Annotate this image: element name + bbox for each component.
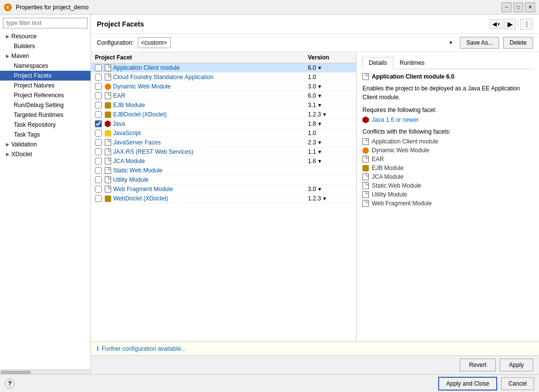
version-dropdown-icon[interactable]: ▾: [318, 148, 321, 155]
tab-details[interactable]: Details: [362, 57, 393, 69]
facet-name: EAR: [113, 92, 308, 99]
facet-checkbox-webdoclet[interactable]: [95, 195, 102, 202]
sidebar-item-xdoclet[interactable]: ▶ XDoclet: [0, 149, 90, 159]
info-link[interactable]: Further configuration available...: [102, 345, 186, 352]
apply-button[interactable]: Apply: [500, 359, 533, 371]
version-dropdown-icon[interactable]: ▾: [318, 120, 321, 127]
back-button[interactable]: ◀ ▼: [489, 19, 504, 29]
title-bar: E Properties for project_demo ─ □ ✕: [0, 0, 539, 15]
facet-checkbox-app-client[interactable]: [95, 64, 102, 71]
sidebar: ▶ Resource Builders ▶ Maven Namespaces P…: [0, 15, 91, 374]
facet-checkbox-web-fragment[interactable]: [95, 186, 102, 193]
sidebar-item-project-natures[interactable]: Project Natures: [0, 81, 90, 90]
table-row[interactable]: Java 1.8 ▾: [91, 119, 356, 129]
version-dropdown-icon[interactable]: ▾: [318, 186, 321, 193]
cancel-button[interactable]: Cancel: [501, 377, 534, 390]
facet-name: Cloud Foundry Standalone Application: [113, 74, 308, 81]
facet-checkbox-dynamic-web[interactable]: [95, 83, 102, 90]
conflict-item: Web Fragment Module: [372, 200, 432, 207]
table-row[interactable]: JavaServer Faces 2.3 ▾: [91, 138, 356, 147]
facet-checkbox-cloud-foundry[interactable]: [95, 74, 102, 81]
web-icon: [362, 147, 369, 154]
table-row[interactable]: Utility Module: [91, 175, 356, 185]
version-dropdown-icon[interactable]: ▾: [323, 195, 326, 202]
facet-checkbox-ear[interactable]: [95, 92, 102, 99]
table-row[interactable]: EAR 6.0 ▾: [91, 91, 356, 101]
facet-checkbox-jsf[interactable]: [95, 139, 102, 146]
apply-and-close-button[interactable]: Apply and Close: [438, 377, 497, 391]
sidebar-item-label: Project Natures: [14, 82, 55, 89]
help-button[interactable]: ?: [5, 379, 15, 389]
version-dropdown-icon[interactable]: ▾: [318, 83, 321, 90]
table-row[interactable]: EJBDoclet (XDoclet) 1.2.3 ▾: [91, 110, 356, 119]
doc-icon: [105, 176, 111, 183]
revert-button[interactable]: Revert: [460, 359, 496, 371]
table-row[interactable]: Application Client module 6.0 ▾: [91, 63, 356, 73]
web-icon: [105, 84, 111, 90]
sidebar-item-maven[interactable]: ▶ Maven: [0, 51, 90, 61]
table-row[interactable]: JCA Module 1.6 ▾: [91, 157, 356, 166]
facet-checkbox-ejbdoclet[interactable]: [95, 111, 102, 118]
facet-version-area: 3.1 ▾: [308, 102, 352, 109]
facet-checkbox-java[interactable]: [95, 120, 102, 127]
sidebar-item-namespaces[interactable]: Namespaces: [0, 61, 90, 71]
table-row[interactable]: JavaScript 1.0: [91, 129, 356, 138]
sidebar-item-task-repository[interactable]: Task Repository: [0, 120, 90, 130]
minimize-button[interactable]: ─: [502, 2, 511, 12]
facet-version-area: 1.6 ▾: [308, 158, 352, 165]
tab-runtimes[interactable]: Runtimes: [393, 57, 431, 69]
facet-checkbox-javascript[interactable]: [95, 130, 102, 137]
forward-button[interactable]: ▶: [505, 19, 516, 29]
version-dropdown-icon[interactable]: ▾: [318, 64, 321, 71]
delete-button[interactable]: Delete: [503, 37, 533, 49]
table-row[interactable]: Static Web Module: [91, 166, 356, 175]
sidebar-item-validation[interactable]: ▶ Validation: [0, 140, 90, 149]
sidebar-item-project-facets[interactable]: Project Facets: [0, 71, 90, 81]
close-button[interactable]: ✕: [525, 2, 535, 12]
table-row[interactable]: EJB Module 3.1 ▾: [91, 101, 356, 110]
maximize-button[interactable]: □: [513, 2, 523, 12]
sidebar-item-project-references[interactable]: Project References: [0, 90, 90, 100]
expand-icon: ▶: [6, 34, 9, 39]
search-input[interactable]: [3, 18, 88, 28]
list-item[interactable]: Java 1.6 or newer: [362, 115, 533, 124]
version-dropdown-icon[interactable]: ▾: [318, 139, 321, 146]
version-dropdown-icon[interactable]: ▾: [318, 102, 321, 109]
version-dropdown-icon[interactable]: ▾: [318, 158, 321, 165]
sidebar-item-builders[interactable]: Builders: [0, 41, 90, 51]
facet-checkbox-jaxrs[interactable]: [95, 148, 102, 155]
list-item: Utility Module: [362, 190, 533, 199]
facets-list: Project Facet Version Application Client…: [91, 52, 357, 341]
save-as-button[interactable]: Save As...: [460, 37, 499, 49]
detail-doc-icon: [362, 73, 369, 80]
facet-version: 1.1: [308, 148, 316, 155]
sidebar-item-targeted-runtimes[interactable]: Targeted Runtimes: [0, 110, 90, 120]
facet-checkbox-utility[interactable]: [95, 176, 102, 183]
sidebar-scrollbar[interactable]: [0, 369, 90, 374]
table-row[interactable]: Web Fragment Module 3.0 ▾: [91, 185, 356, 194]
menu-button[interactable]: ⋮: [520, 19, 533, 29]
facet-checkbox-jca[interactable]: [95, 158, 102, 165]
sidebar-item-resource[interactable]: ▶ Resource: [0, 31, 90, 41]
facet-checkbox-static-web[interactable]: [95, 167, 102, 174]
table-row[interactable]: JAX-RS (REST Web Services) 1.1 ▾: [91, 147, 356, 157]
sidebar-item-label: Maven: [11, 53, 29, 59]
table-row[interactable]: Cloud Foundry Standalone Application 1.0: [91, 73, 356, 82]
panel-toolbar: ◀ ▼ ▶ ⋮: [489, 19, 533, 29]
facet-version: 1.6: [308, 158, 316, 165]
ejb-icon: [362, 165, 369, 171]
version-dropdown-icon[interactable]: ▾: [318, 92, 321, 99]
js-icon: [105, 130, 111, 137]
config-select[interactable]: <custom>: [138, 37, 171, 48]
version-dropdown-icon[interactable]: ▾: [323, 111, 326, 118]
facet-checkbox-ejb[interactable]: [95, 102, 102, 109]
sidebar-item-task-tags[interactable]: Task Tags: [0, 130, 90, 140]
requires-link[interactable]: Java 1.6 or newer: [372, 116, 419, 123]
scrollbar-thumb[interactable]: [1, 371, 30, 374]
expand-icon: ▶: [6, 54, 9, 58]
table-row[interactable]: WebDoclet (XDoclet) 1.2.3 ▾: [91, 194, 356, 203]
col-facet-header: Project Facet: [95, 54, 308, 61]
table-row[interactable]: Dynamic Web Module 3.0 ▾: [91, 82, 356, 91]
window-controls: ─ □ ✕: [502, 2, 535, 12]
sidebar-item-run-debug[interactable]: Run/Debug Setting: [0, 100, 90, 110]
